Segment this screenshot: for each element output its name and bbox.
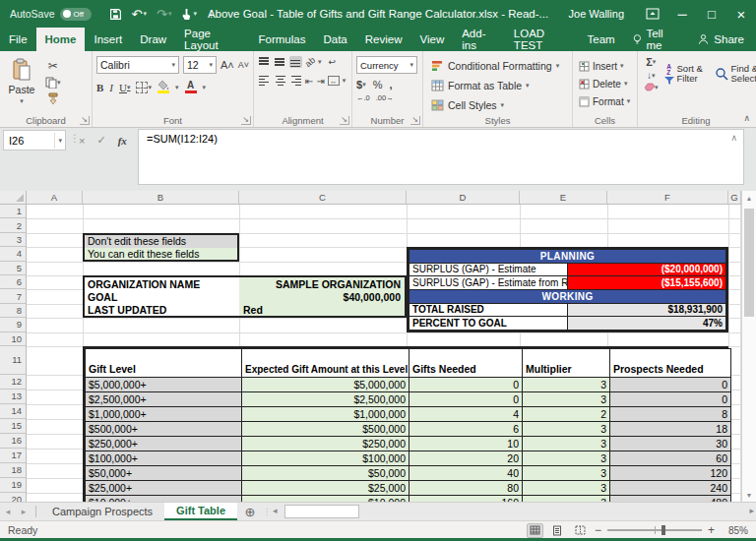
- last-updated-value-cell[interactable]: Red: [239, 303, 405, 316]
- cut-button[interactable]: ✂: [45, 59, 61, 73]
- tab-review[interactable]: Review: [356, 28, 411, 51]
- header-prospects-needed[interactable]: Prospects Needed: [610, 349, 731, 378]
- bottom-align-button[interactable]: [289, 56, 302, 68]
- sort-filter-button[interactable]: AZ Sort & Filter: [664, 56, 709, 91]
- row-header[interactable]: 13: [0, 390, 26, 404]
- row-header[interactable]: 2: [0, 218, 26, 232]
- horizontal-scroll-thumb[interactable]: [284, 505, 359, 518]
- italic-button[interactable]: I: [109, 82, 113, 93]
- table-cell[interactable]: 3: [523, 437, 610, 451]
- table-cell[interactable]: $500,000: [242, 422, 410, 437]
- tab-data[interactable]: Data: [314, 28, 355, 51]
- table-cell[interactable]: $50,000: [242, 466, 410, 481]
- table-cell[interactable]: $100,000+: [86, 451, 242, 466]
- ribbon-display-options-button[interactable]: [638, 0, 667, 28]
- paste-button[interactable]: Paste ▾: [4, 54, 39, 111]
- table-cell[interactable]: 20: [410, 451, 523, 466]
- table-cell[interactable]: 18: [610, 422, 731, 437]
- borders-button[interactable]: ▾: [136, 82, 152, 93]
- table-cell[interactable]: $5,000,000+: [86, 378, 242, 392]
- wrap-text-button[interactable]: ↩: [329, 57, 337, 67]
- table-cell[interactable]: 0: [610, 378, 731, 392]
- increase-decimal-button[interactable]: ←.0: [356, 93, 370, 102]
- shrink-font-button[interactable]: A˅: [238, 60, 249, 70]
- format-painter-button[interactable]: [45, 92, 61, 104]
- align-left-button[interactable]: [258, 75, 271, 87]
- tab-team[interactable]: Team: [578, 28, 623, 51]
- dont-edit-cell[interactable]: Don't edit these fields: [85, 235, 237, 248]
- table-cell[interactable]: $100,000: [242, 451, 410, 466]
- column-header-g[interactable]: G: [728, 191, 741, 204]
- zoom-slider-thumb[interactable]: [662, 525, 665, 535]
- table-cell[interactable]: $1,000,000+: [86, 407, 242, 422]
- org-name-value-cell[interactable]: SAMPLE ORGANIZATION: [239, 277, 405, 290]
- table-cell[interactable]: 6: [410, 422, 523, 437]
- row-header[interactable]: 3: [0, 233, 26, 247]
- share-button[interactable]: Share: [686, 28, 756, 51]
- percent-style-button[interactable]: %: [373, 79, 383, 90]
- format-cells-button[interactable]: Format ▾: [579, 93, 635, 109]
- table-cell[interactable]: 3: [523, 378, 610, 392]
- table-cell[interactable]: 40: [410, 466, 523, 481]
- tab-load-test[interactable]: LOAD TEST: [505, 28, 579, 51]
- table-cell[interactable]: 60: [610, 451, 731, 466]
- middle-align-button[interactable]: [274, 56, 286, 68]
- table-cell[interactable]: 8: [610, 407, 731, 422]
- row-header[interactable]: 18: [0, 463, 26, 478]
- tab-formulas[interactable]: Formulas: [250, 28, 315, 51]
- table-cell[interactable]: $250,000+: [86, 437, 242, 451]
- column-header-b[interactable]: B: [83, 191, 239, 204]
- scroll-down-icon[interactable]: ▼: [742, 488, 756, 502]
- font-dialog-launcher[interactable]: ↘: [241, 116, 251, 125]
- number-format-select[interactable]: Currency ▾: [356, 56, 417, 74]
- autosum-button[interactable]: Σ▾: [644, 56, 659, 68]
- orientation-button[interactable]: ab: [303, 55, 317, 69]
- table-cell[interactable]: 2: [523, 407, 610, 422]
- header-gifts-needed[interactable]: Gifts Needed: [410, 349, 523, 378]
- collapse-formula-bar-icon[interactable]: ∧: [730, 133, 737, 143]
- row-header[interactable]: 12: [0, 375, 26, 390]
- tab-draw[interactable]: Draw: [131, 28, 175, 51]
- normal-view-button[interactable]: [527, 523, 543, 538]
- table-cell[interactable]: 30: [610, 437, 731, 451]
- tab-page-layout[interactable]: Page Layout: [175, 28, 249, 51]
- surplus-estimate-value-cell[interactable]: ($20,000,000): [568, 263, 726, 276]
- row-header[interactable]: 17: [0, 449, 26, 463]
- name-box[interactable]: I26 ▾: [3, 130, 66, 150]
- page-layout-view-button[interactable]: [549, 523, 566, 538]
- grow-font-button[interactable]: A˄: [220, 59, 234, 71]
- total-raised-value-cell[interactable]: $18,931,900: [568, 303, 726, 317]
- font-name-select[interactable]: Calibri ▾: [96, 56, 179, 74]
- table-cell[interactable]: $2,500,000+: [86, 392, 242, 407]
- row-header[interactable]: 15: [0, 419, 26, 434]
- row-header[interactable]: 1: [0, 205, 26, 218]
- column-header-a[interactable]: A: [27, 191, 83, 204]
- horizontal-scrollbar[interactable]: ◂ ▸: [271, 503, 756, 520]
- insert-function-button[interactable]: fx: [118, 135, 127, 147]
- autosave-toggle[interactable]: AutoSave Off: [10, 8, 92, 21]
- minimize-button[interactable]: ─: [667, 0, 697, 28]
- table-cell[interactable]: 10: [410, 437, 523, 451]
- select-all-corner[interactable]: [0, 191, 27, 205]
- touch-mode-button[interactable]: ▾: [177, 3, 201, 25]
- zoom-slider[interactable]: [607, 529, 702, 531]
- row-header[interactable]: 5: [0, 262, 26, 275]
- table-cell[interactable]: 3: [523, 496, 610, 503]
- delete-cells-button[interactable]: Delete ▾: [579, 76, 635, 91]
- table-cell[interactable]: 0: [610, 392, 731, 407]
- cancel-entry-button[interactable]: ×: [79, 135, 85, 147]
- tab-insert[interactable]: Insert: [85, 28, 131, 51]
- surplus-estimate-label-cell[interactable]: SURPLUS (GAP) - Estimate: [410, 263, 568, 276]
- tab-file[interactable]: File: [0, 28, 36, 51]
- table-cell[interactable]: 3: [523, 392, 610, 407]
- scroll-left-icon[interactable]: ◂: [273, 506, 278, 515]
- table-cell[interactable]: 3: [523, 481, 610, 496]
- column-header-e[interactable]: E: [520, 191, 607, 204]
- row-header[interactable]: 4: [0, 247, 26, 261]
- bold-button[interactable]: B: [96, 82, 103, 93]
- zoom-level[interactable]: 85%: [721, 525, 748, 536]
- table-cell[interactable]: 3: [523, 451, 610, 466]
- percent-to-goal-value-cell[interactable]: 47%: [568, 317, 726, 331]
- copy-button[interactable]: ▾: [45, 77, 61, 89]
- worksheet-grid[interactable]: A B C D E F G 1 2 3 4 5 6 7 8 9 10 11 12…: [0, 191, 756, 502]
